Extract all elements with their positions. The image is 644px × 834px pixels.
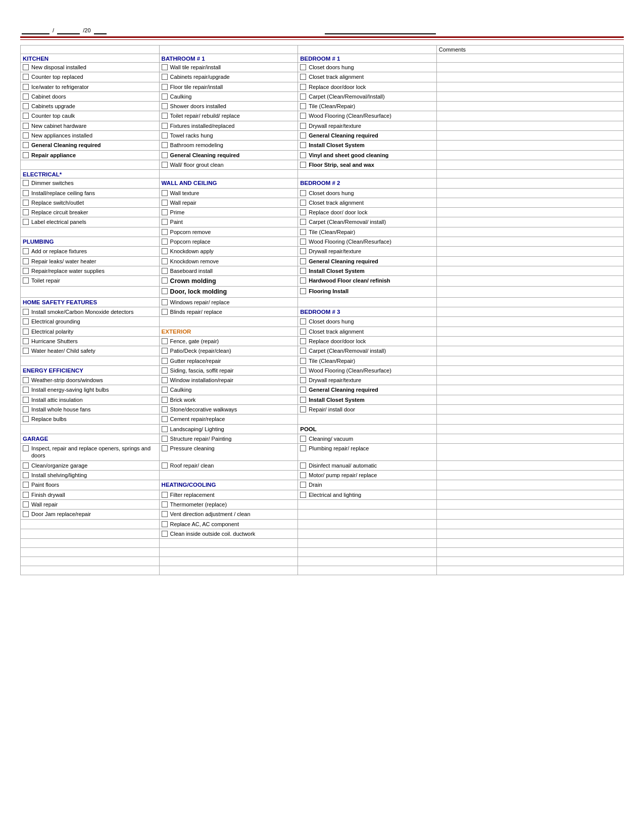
checkbox[interactable] <box>23 406 29 412</box>
date-field1[interactable] <box>22 27 49 34</box>
comments-cell[interactable] <box>436 490 623 499</box>
comments-cell[interactable] <box>436 434 623 443</box>
checkbox[interactable] <box>300 190 306 196</box>
checkbox[interactable] <box>162 436 168 442</box>
checkbox[interactable] <box>300 123 306 129</box>
checkbox[interactable] <box>300 338 306 344</box>
checkbox[interactable] <box>162 299 168 305</box>
checkbox[interactable] <box>162 142 168 148</box>
comments-cell[interactable] <box>436 385 623 395</box>
checkbox[interactable] <box>23 84 29 90</box>
checkbox[interactable] <box>300 277 306 284</box>
checkbox[interactable] <box>162 94 168 100</box>
checkbox[interactable] <box>23 74 29 80</box>
comments-cell[interactable] <box>436 471 623 480</box>
checkbox[interactable] <box>23 348 29 354</box>
checkbox[interactable] <box>162 462 168 469</box>
checkbox[interactable] <box>300 329 306 335</box>
checkbox[interactable] <box>162 162 168 168</box>
checkbox[interactable] <box>162 377 168 383</box>
checkbox[interactable] <box>23 445 29 451</box>
comments-cell[interactable] <box>436 237 623 247</box>
comments-cell[interactable] <box>436 365 623 375</box>
comments-cell[interactable] <box>436 509 623 519</box>
checkbox[interactable] <box>23 190 29 196</box>
checkbox[interactable] <box>162 348 168 354</box>
checkbox[interactable] <box>162 358 168 364</box>
checkbox[interactable] <box>162 229 168 235</box>
checkbox[interactable] <box>300 239 306 245</box>
comments-cell[interactable] <box>436 276 623 287</box>
checkbox[interactable] <box>23 123 29 129</box>
checkbox[interactable] <box>23 248 29 254</box>
checkbox[interactable] <box>300 200 306 206</box>
checkbox[interactable] <box>162 288 168 294</box>
checkbox[interactable] <box>300 397 306 403</box>
comments-cell[interactable] <box>436 141 623 150</box>
checkbox[interactable] <box>23 64 29 70</box>
checkbox[interactable] <box>300 445 306 451</box>
checkbox[interactable] <box>23 501 29 507</box>
checkbox[interactable] <box>162 501 168 507</box>
comments-cell[interactable] <box>436 198 623 207</box>
comments-cell[interactable] <box>436 72 623 82</box>
checkbox[interactable] <box>300 367 306 374</box>
checkbox[interactable] <box>300 482 306 488</box>
checkbox[interactable] <box>300 472 306 478</box>
comments-cell[interactable] <box>436 336 623 346</box>
checkbox[interactable] <box>23 152 29 158</box>
comments-cell[interactable] <box>436 356 623 365</box>
checkbox[interactable] <box>300 248 306 254</box>
checkbox[interactable] <box>300 94 306 100</box>
checkbox[interactable] <box>23 180 29 186</box>
checkbox[interactable] <box>162 113 168 119</box>
checkbox[interactable] <box>162 239 168 245</box>
checkbox[interactable] <box>162 397 168 403</box>
checkbox[interactable] <box>23 462 29 469</box>
checkbox[interactable] <box>162 190 168 196</box>
date-field3[interactable] <box>94 27 107 34</box>
comments-cell[interactable] <box>436 91 623 101</box>
comments-cell[interactable] <box>436 111 623 121</box>
checkbox[interactable] <box>300 258 306 264</box>
checkbox[interactable] <box>162 103 168 109</box>
checkbox[interactable] <box>162 309 168 315</box>
checkbox[interactable] <box>23 219 29 225</box>
checkbox[interactable] <box>300 377 306 383</box>
comments-cell[interactable] <box>436 131 623 141</box>
checkbox[interactable] <box>300 74 306 80</box>
checkbox[interactable] <box>23 482 29 488</box>
checkbox[interactable] <box>23 397 29 403</box>
comments-cell[interactable] <box>436 247 623 256</box>
checkbox[interactable] <box>300 406 306 412</box>
checkbox[interactable] <box>23 200 29 206</box>
checkbox[interactable] <box>23 318 29 325</box>
checkbox[interactable] <box>300 348 306 354</box>
checkbox[interactable] <box>162 248 168 254</box>
checkbox[interactable] <box>23 472 29 478</box>
comments-cell[interactable] <box>436 376 623 385</box>
checkbox[interactable] <box>300 209 306 215</box>
checkbox[interactable] <box>162 521 168 527</box>
comments-cell[interactable] <box>436 170 623 178</box>
checkbox[interactable] <box>162 426 168 432</box>
comments-cell[interactable] <box>436 188 623 198</box>
checkbox[interactable] <box>162 406 168 412</box>
checkbox[interactable] <box>300 113 306 119</box>
checkbox[interactable] <box>162 132 168 138</box>
checkbox[interactable] <box>162 445 168 451</box>
comments-cell[interactable] <box>436 227 623 237</box>
checkbox[interactable] <box>162 387 168 393</box>
comments-cell[interactable] <box>436 424 623 434</box>
checkbox[interactable] <box>300 436 306 442</box>
checkbox[interactable] <box>300 162 306 168</box>
checkbox[interactable] <box>23 103 29 109</box>
checkbox[interactable] <box>300 387 306 393</box>
checkbox[interactable] <box>23 377 29 383</box>
checkbox[interactable] <box>162 219 168 225</box>
comments-cell[interactable] <box>436 208 623 217</box>
checkbox[interactable] <box>23 329 29 335</box>
checkbox[interactable] <box>162 416 168 422</box>
comments-cell[interactable] <box>436 519 623 529</box>
checkbox[interactable] <box>300 142 306 148</box>
